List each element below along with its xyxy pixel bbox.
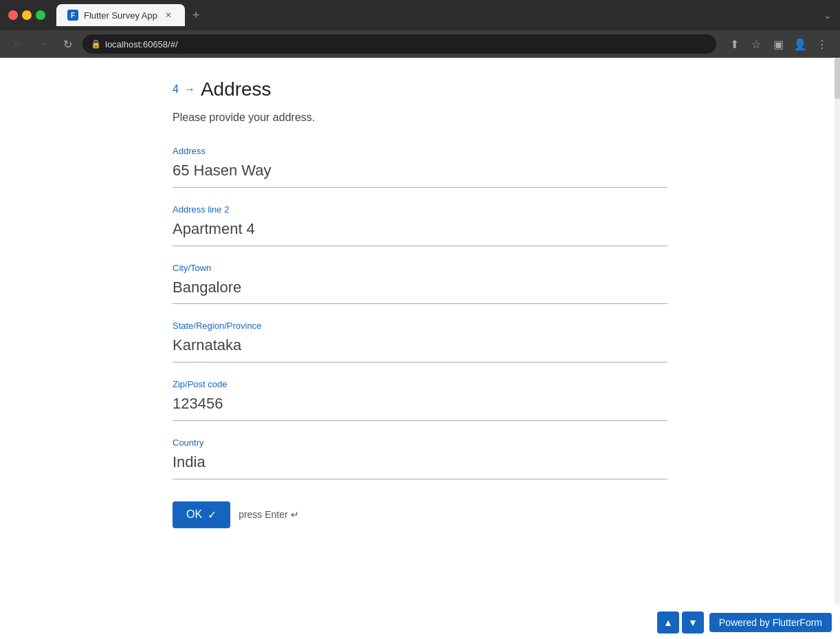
zip-label: Zip/Post code — [173, 379, 667, 389]
address-line2-value[interactable]: Apartment 4 — [173, 219, 667, 246]
share-button[interactable]: ⬆ — [725, 34, 744, 54]
address-line2-label: Address line 2 — [173, 204, 667, 215]
close-window-button[interactable] — [8, 10, 18, 20]
back-button[interactable]: ← — [8, 34, 27, 54]
previous-question-button[interactable]: ▲ — [657, 611, 679, 633]
lock-icon: 🔒 — [91, 39, 101, 49]
country-label: Country — [173, 437, 667, 448]
next-question-button[interactable]: ▼ — [682, 611, 704, 633]
tab-bar: F Flutter Survey App ✕ + — [56, 4, 818, 26]
zip-field: Zip/Post code 123456 — [173, 379, 667, 421]
address-field: Address 65 Hasen Way — [173, 146, 667, 188]
title-bar: F Flutter Survey App ✕ + ⌄ — [0, 0, 840, 30]
scrollbar-thumb[interactable] — [835, 58, 840, 99]
enter-symbol-icon: ↵ — [291, 509, 299, 520]
tab-favicon-icon: F — [67, 10, 78, 21]
city-value[interactable]: Bangalore — [173, 277, 667, 305]
question-title: Address — [201, 78, 272, 100]
state-value[interactable]: Karnataka — [173, 335, 667, 362]
chevron-down-icon[interactable]: ⌄ — [824, 10, 832, 21]
question-arrow-icon: → — [184, 83, 195, 96]
question-number: 4 — [173, 83, 179, 96]
minimize-window-button[interactable] — [22, 10, 32, 20]
state-field: State/Region/Province Karnataka — [173, 321, 667, 362]
scrollbar[interactable] — [835, 58, 840, 605]
nav-bar: ← → ↻ 🔒 localhost:60658/#/ ⬆ ☆ ▣ 👤 ⋮ — [0, 30, 840, 58]
tab-close-button[interactable]: ✕ — [163, 10, 174, 21]
city-field: City/Town Bangalore — [173, 263, 667, 305]
maximize-window-button[interactable] — [36, 10, 45, 20]
country-value[interactable]: India — [173, 452, 667, 479]
country-field: Country India — [173, 437, 667, 479]
ok-bar: OK ✓ press Enter ↵ — [173, 501, 667, 528]
new-tab-button[interactable]: + — [188, 7, 204, 23]
url-display: localhost:60658/#/ — [105, 39, 178, 50]
address-bar[interactable]: 🔒 localhost:60658/#/ — [82, 34, 716, 54]
page-content: 4 → Address Please provide your address.… — [0, 58, 840, 639]
state-label: State/Region/Province — [173, 321, 667, 331]
bookmark-button[interactable]: ☆ — [747, 34, 766, 54]
address-label: Address — [173, 146, 667, 156]
question-subtitle: Please provide your address. — [173, 111, 667, 124]
question-header: 4 → Address — [173, 78, 667, 100]
ok-label: OK — [186, 508, 202, 521]
press-enter-text: press Enter ↵ — [239, 509, 298, 520]
bottom-bar: ▲ ▼ Powered by FlutterForm — [649, 606, 840, 639]
address-line2-field: Address line 2 Apartment 4 — [173, 204, 667, 246]
ok-button[interactable]: OK ✓ — [173, 501, 230, 528]
press-enter-label: press Enter — [239, 509, 288, 520]
nav-actions: ⬆ ☆ ▣ 👤 ⋮ — [725, 34, 832, 54]
forward-button[interactable]: → — [33, 34, 52, 54]
sidebar-button[interactable]: ▣ — [769, 34, 788, 54]
active-tab[interactable]: F Flutter Survey App ✕ — [56, 4, 185, 26]
ok-checkmark-icon: ✓ — [208, 508, 217, 521]
zip-value[interactable]: 123456 — [173, 393, 667, 421]
address-value[interactable]: 65 Hasen Way — [173, 160, 667, 188]
powered-by-button[interactable]: Powered by FlutterForm — [709, 613, 832, 632]
account-button[interactable]: 👤 — [791, 34, 810, 54]
traffic-lights — [8, 10, 45, 20]
browser-chrome: F Flutter Survey App ✕ + ⌄ ← → ↻ 🔒 local… — [0, 0, 840, 58]
survey-container: 4 → Address Please provide your address.… — [145, 58, 695, 597]
reload-button[interactable]: ↻ — [58, 34, 77, 54]
menu-button[interactable]: ⋮ — [813, 34, 832, 54]
tab-title: Flutter Survey App — [84, 10, 157, 21]
city-label: City/Town — [173, 263, 667, 273]
